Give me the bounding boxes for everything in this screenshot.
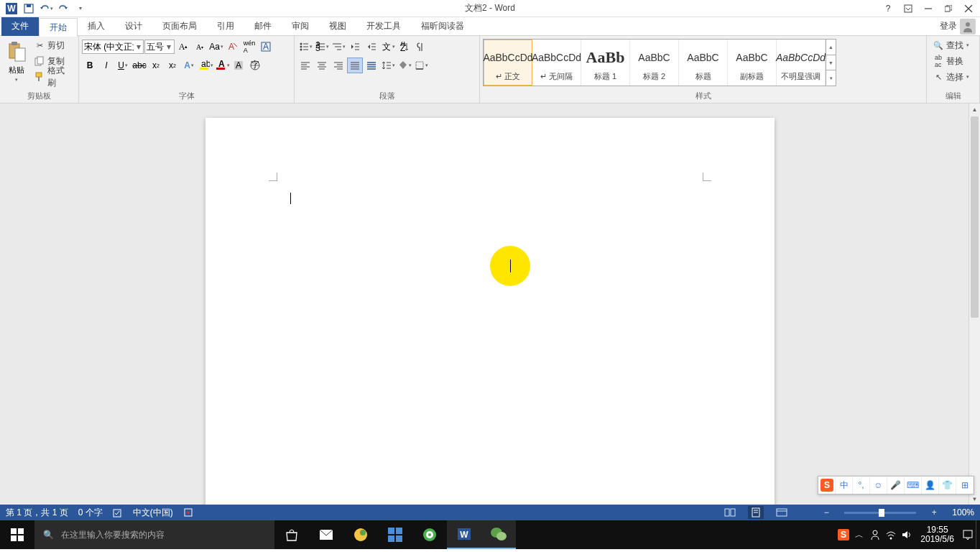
cut-button[interactable]: ✂剪切 <box>31 37 75 53</box>
scroll-down-button[interactable]: ▼ <box>969 493 980 505</box>
ime-emoji-button[interactable]: ☺ <box>870 477 887 494</box>
show-marks-button[interactable] <box>413 39 429 55</box>
tab-review[interactable]: 审阅 <box>282 17 319 36</box>
view-print-button[interactable] <box>748 506 764 519</box>
multilevel-button[interactable]: ▾ <box>330 39 346 55</box>
font-size-combo[interactable]: 五号▾ <box>144 40 175 54</box>
gallery-spinner[interactable]: ▲▼▾ <box>826 40 836 86</box>
format-painter-button[interactable]: 格式刷 <box>31 69 75 85</box>
ribbon-toggle-button[interactable] <box>900 1 917 16</box>
status-macro[interactable] <box>183 507 193 518</box>
line-spacing-button[interactable]: ▾ <box>380 58 396 73</box>
taskbar-360[interactable] <box>412 520 447 549</box>
vertical-scrollbar[interactable]: ▲ ▼ <box>969 104 980 505</box>
decrease-indent-button[interactable] <box>347 39 363 55</box>
align-left-button[interactable] <box>297 58 313 73</box>
change-case-button[interactable]: Aa▾ <box>208 39 224 55</box>
scroll-thumb[interactable] <box>971 116 979 318</box>
increase-indent-button[interactable] <box>364 39 379 55</box>
page[interactable] <box>205 118 775 505</box>
start-button[interactable] <box>0 520 34 549</box>
zoom-in-button[interactable]: + <box>926 506 942 519</box>
ime-settings-button[interactable]: ⊞ <box>956 477 974 494</box>
show-desktop-button[interactable] <box>976 520 980 549</box>
sort-button[interactable]: AZ <box>397 39 412 55</box>
tab-home[interactable]: 开始 <box>39 18 78 37</box>
help-button[interactable]: ? <box>879 1 897 16</box>
tray-notifications[interactable] <box>960 520 976 549</box>
shrink-font-button[interactable]: A▾ <box>192 39 208 55</box>
tab-developer[interactable]: 开发工具 <box>356 17 411 36</box>
styles-gallery[interactable]: AaBbCcDd↵ 正文AaBbCcDd↵ 无间隔AaBb标题 1AaBbC标题… <box>483 39 836 86</box>
taskbar-word[interactable]: W <box>447 520 481 549</box>
ime-keyboard-button[interactable]: ⌨ <box>905 477 922 494</box>
font-name-combo[interactable]: 宋体 (中文正文▾ <box>82 40 144 54</box>
tab-mailings[interactable]: 邮件 <box>244 17 282 36</box>
strikethrough-button[interactable]: abc <box>131 58 147 73</box>
align-right-button[interactable] <box>330 58 346 73</box>
highlight-button[interactable]: ab▾ <box>198 58 213 73</box>
ime-toolbar[interactable]: S 中 °, ☺ 🎤 ⌨ 👤 👕 ⊞ <box>818 476 974 494</box>
zoom-slider[interactable] <box>844 512 916 514</box>
tab-file[interactable]: 文件 <box>1 17 39 36</box>
paste-button[interactable]: 粘贴 ▾ <box>3 37 29 83</box>
style-item[interactable]: AaBbC标题 <box>679 40 728 86</box>
numbering-button[interactable]: 123▾ <box>314 39 330 55</box>
underline-button[interactable]: U▾ <box>115 58 131 73</box>
zoom-thumb[interactable] <box>879 509 884 517</box>
document-area[interactable]: ▲ ▼ S 中 °, ☺ 🎤 ⌨ 👤 👕 ⊞ <box>0 104 980 505</box>
borders-button[interactable]: ▾ <box>413 58 429 73</box>
avatar[interactable] <box>960 19 976 34</box>
tab-layout[interactable]: 页面布局 <box>152 17 207 36</box>
style-item[interactable]: AaBbCcDd↵ 无间隔 <box>532 40 581 86</box>
taskbar-app2[interactable] <box>378 520 412 549</box>
tray-volume[interactable] <box>899 520 915 549</box>
asian-layout-button[interactable]: 文▾ <box>380 39 396 55</box>
replace-button[interactable]: abac替换 <box>930 53 972 69</box>
ime-skin-button[interactable]: 👤 <box>922 477 939 494</box>
find-button[interactable]: 🔍查找▾ <box>930 37 972 53</box>
status-page[interactable]: 第 1 页，共 1 页 <box>6 507 68 519</box>
ime-voice-button[interactable]: 🎤 <box>887 477 905 494</box>
scroll-up-button[interactable]: ▲ <box>969 104 980 115</box>
tray-people[interactable] <box>867 520 883 549</box>
tab-view[interactable]: 视图 <box>319 17 356 36</box>
subscript-button[interactable]: x2 <box>148 58 164 73</box>
style-item[interactable]: AaBbCcDd↵ 正文 <box>484 40 532 86</box>
enclose-char-button[interactable]: 字 <box>247 58 263 73</box>
tray-wifi[interactable] <box>883 520 899 549</box>
bullets-button[interactable]: ▾ <box>297 39 313 55</box>
status-wordcount[interactable]: 0 个字 <box>78 507 103 519</box>
tray-clock[interactable]: 19:55 2019/5/6 <box>915 525 960 544</box>
sogou-icon[interactable]: S <box>818 477 836 494</box>
char-border-button[interactable]: A <box>258 39 274 55</box>
style-item[interactable]: AaBbCcDd不明显强调 <box>777 40 826 86</box>
tray-overflow[interactable]: ︿ <box>851 520 867 549</box>
tab-design[interactable]: 设计 <box>115 17 152 36</box>
taskbar-mail[interactable] <box>309 520 343 549</box>
char-shading-button[interactable]: A <box>231 58 246 73</box>
status-proofing[interactable] <box>113 507 123 518</box>
tray-sogou[interactable]: S <box>836 520 851 549</box>
clear-format-button[interactable]: A <box>225 39 241 55</box>
minimize-button[interactable] <box>920 1 937 16</box>
login-link[interactable]: 登录 <box>940 20 957 32</box>
ime-punct-button[interactable]: °, <box>853 477 870 494</box>
ime-lang-button[interactable]: 中 <box>836 477 853 494</box>
qat-customize[interactable]: ▾ <box>72 1 89 16</box>
taskbar-app1[interactable] <box>343 520 378 549</box>
font-color-button[interactable]: A▾ <box>214 58 230 73</box>
taskbar-search[interactable]: 🔍 在这里输入你要搜索的内容 <box>34 520 274 549</box>
justify-button[interactable] <box>347 58 363 73</box>
zoom-out-button[interactable]: − <box>818 506 834 519</box>
taskbar-store[interactable] <box>274 520 309 549</box>
maximize-button[interactable] <box>940 1 957 16</box>
undo-button[interactable]: ▾ <box>37 1 55 16</box>
tab-foxit[interactable]: 福昕阅读器 <box>411 17 474 36</box>
tab-insert[interactable]: 插入 <box>78 17 115 36</box>
distributed-button[interactable] <box>364 58 379 73</box>
style-item[interactable]: AaBbC副标题 <box>728 40 777 86</box>
align-center-button[interactable] <box>314 58 330 73</box>
redo-button[interactable] <box>55 1 72 16</box>
status-language[interactable]: 中文(中国) <box>133 507 173 519</box>
